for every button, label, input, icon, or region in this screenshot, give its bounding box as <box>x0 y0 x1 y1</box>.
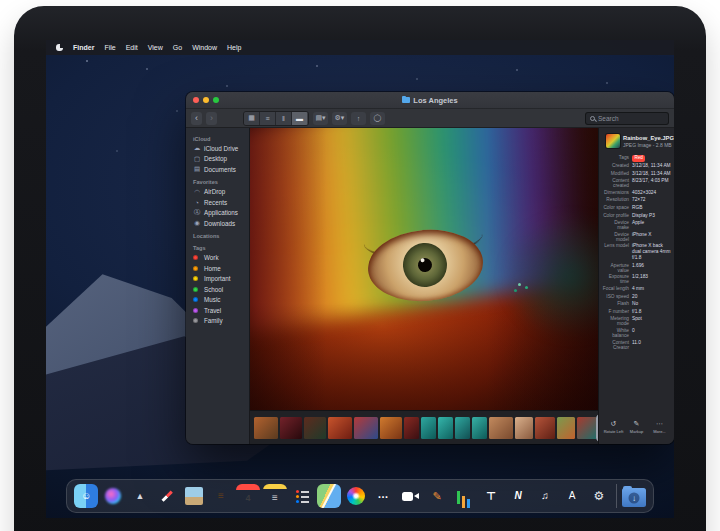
sidebar-item-label: iCloud <box>193 136 210 142</box>
tags-button[interactable]: ◯ <box>370 112 385 125</box>
reminders-icon[interactable] <box>290 484 314 508</box>
facetime-icon[interactable] <box>398 484 422 508</box>
action-menu-button[interactable]: ⚙▾ <box>332 112 347 125</box>
sidebar-section-icloud[interactable]: iCloud <box>186 131 249 143</box>
photo-thumbnail[interactable] <box>577 417 597 439</box>
metadata-value: 0 <box>632 328 671 338</box>
photos-icon[interactable] <box>344 484 368 508</box>
sidebar-section-tags[interactable]: Tags <box>186 241 249 253</box>
siri-icon[interactable] <box>101 484 125 508</box>
sidebar-section-favorites[interactable]: Favorites <box>186 175 249 187</box>
pages-icon[interactable]: ✎ <box>425 484 449 508</box>
window-title-text: Los Angeles <box>413 96 457 105</box>
sidebar-item-icon: ▤ <box>193 165 201 173</box>
menu-window[interactable]: Window <box>192 44 217 51</box>
sidebar-section-locations[interactable]: Locations <box>186 229 249 241</box>
safari-icon[interactable] <box>155 484 179 508</box>
sidebar-tag-important[interactable]: Important <box>186 274 249 285</box>
sidebar-item-documents[interactable]: ▤ Documents <box>186 164 249 175</box>
more-button[interactable]: ⋯ More... <box>648 420 671 434</box>
apple-logo[interactable] <box>56 44 63 51</box>
markup-button[interactable]: ✎ Markup <box>625 420 648 434</box>
photo-thumbnail[interactable] <box>304 417 326 439</box>
photo-thumbnail[interactable] <box>421 417 436 439</box>
menu-help[interactable]: Help <box>227 44 241 51</box>
filmstrip[interactable] <box>250 410 598 444</box>
quick-action-label: More... <box>653 429 665 434</box>
sidebar-tag-school[interactable]: School <box>186 284 249 295</box>
photo-thumbnail[interactable] <box>354 417 378 439</box>
metadata-label: Content Creator <box>602 340 629 350</box>
quick-action-icon: ✎ <box>634 420 640 428</box>
sidebar-item-label: Documents <box>204 166 236 173</box>
dock-icon-glyph: ⚙ <box>594 490 605 502</box>
menu-edit[interactable]: Edit <box>126 44 138 51</box>
menu-file[interactable]: File <box>104 44 115 51</box>
sidebar-item-label: Applications <box>204 209 238 216</box>
share-button[interactable]: ↑ <box>351 112 366 125</box>
photo-thumbnail[interactable] <box>438 417 453 439</box>
contacts-icon[interactable]: ≡ <box>209 484 233 508</box>
menu-finder[interactable]: Finder <box>73 44 94 51</box>
sysprefs-icon[interactable]: ⚙ <box>587 484 611 508</box>
notes-icon[interactable]: ≡ <box>263 484 287 508</box>
gallery-view-button[interactable]: ▬ <box>292 112 308 125</box>
title-bar[interactable]: Los Angeles <box>186 92 674 109</box>
sidebar-item-airdrop[interactable]: ◠ AirDrop <box>186 187 249 198</box>
photo-thumbnail[interactable] <box>404 417 419 439</box>
messages-icon[interactable]: … <box>371 484 395 508</box>
photo-thumbnail[interactable] <box>557 417 575 439</box>
calendar-icon[interactable]: 4 <box>236 484 260 508</box>
sidebar-tag-music[interactable]: Music <box>186 295 249 306</box>
launchpad-icon[interactable]: ▲ <box>128 484 152 508</box>
photo-thumbnail[interactable] <box>472 417 487 439</box>
forward-button[interactable]: › <box>206 112 217 125</box>
news-icon[interactable]: N <box>506 484 530 508</box>
numbers-icon[interactable] <box>452 484 476 508</box>
photo-thumbnail[interactable] <box>515 417 533 439</box>
keynote-icon[interactable]: ⊤ <box>479 484 503 508</box>
finder-icon[interactable]: ☺ <box>74 484 98 508</box>
sidebar-tag-travel[interactable]: Travel <box>186 305 249 316</box>
photo-thumbnail[interactable] <box>489 417 513 439</box>
photo-art-vignette <box>250 128 598 410</box>
icon-view-button[interactable]: ▦ <box>244 112 260 125</box>
appstore-icon[interactable]: A <box>560 484 584 508</box>
metadata-label: Aperture value <box>602 263 629 273</box>
sidebar-item-recents[interactable]: ◔ Recents <box>186 197 249 208</box>
sidebar-item-icon: ▢ <box>193 155 201 163</box>
rotate-left-button[interactable]: ↺ Rotate Left <box>602 420 625 434</box>
menu-view[interactable]: View <box>148 44 163 51</box>
downloads-folder-icon[interactable] <box>622 488 646 507</box>
sidebar-tag-work[interactable]: Work <box>186 253 249 264</box>
sidebar-tag-family[interactable]: Family <box>186 316 249 327</box>
itunes-icon[interactable]: ♫ <box>533 484 557 508</box>
folder-icon <box>402 97 410 103</box>
sidebar-item-downloads[interactable]: ◉ Downloads <box>186 218 249 229</box>
back-button[interactable]: ‹ <box>191 112 202 125</box>
group-button[interactable]: ▤▾ <box>313 112 328 125</box>
sidebar-item-applications[interactable]: Ⓐ Applications <box>186 208 249 219</box>
metadata-row: Resolution 72×72 <box>602 197 671 203</box>
column-view-button[interactable]: ‖ <box>276 112 292 125</box>
photo-thumbnail[interactable] <box>380 417 402 439</box>
sidebar-item-label: AirDrop <box>204 188 225 195</box>
sidebar-item-desktop[interactable]: ▢ Desktop <box>186 154 249 165</box>
quick-action-icon: ⋯ <box>656 420 663 428</box>
list-view-button[interactable]: ≡ <box>260 112 276 125</box>
search-field[interactable] <box>585 112 669 125</box>
selected-photo-preview[interactable] <box>250 128 598 410</box>
metadata-row: Aperture value 1.696 <box>602 263 671 273</box>
photo-thumbnail[interactable] <box>455 417 470 439</box>
sidebar-item-label: iCloud Drive <box>204 145 238 152</box>
maps-icon[interactable] <box>317 484 341 508</box>
search-input[interactable] <box>598 115 658 122</box>
menu-go[interactable]: Go <box>173 44 182 51</box>
preview-icon[interactable] <box>182 484 206 508</box>
photo-thumbnail[interactable] <box>328 417 352 439</box>
sidebar-item-icloud-drive[interactable]: ☁ iCloud Drive <box>186 143 249 154</box>
photo-thumbnail[interactable] <box>535 417 555 439</box>
sidebar-tag-home[interactable]: Home <box>186 263 249 274</box>
photo-thumbnail[interactable] <box>280 417 302 439</box>
photo-thumbnail[interactable] <box>254 417 278 439</box>
